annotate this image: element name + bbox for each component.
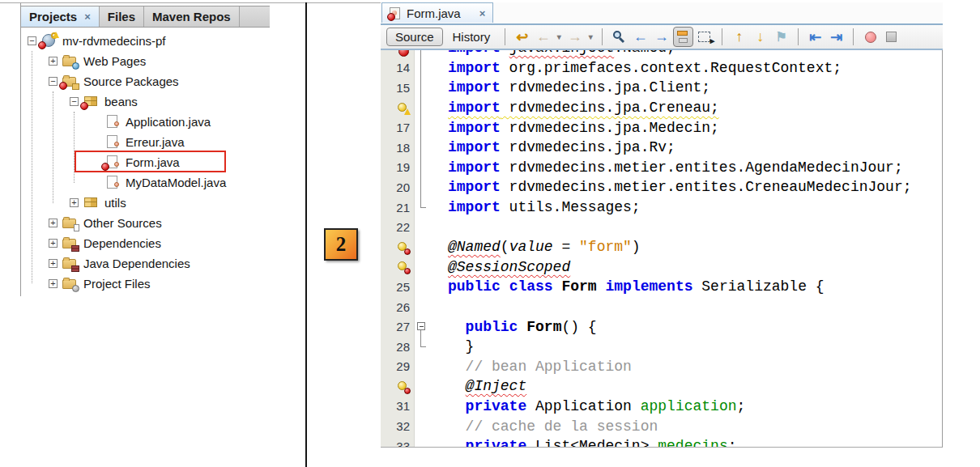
nav-forward-icon[interactable]: → [565, 28, 584, 46]
gutter-cell[interactable]: 22 [381, 217, 415, 237]
history-view-button[interactable]: History [445, 28, 498, 45]
hint-bulb-error-icon[interactable] [398, 241, 410, 253]
record-macro-icon[interactable] [861, 28, 880, 46]
gutter-cell[interactable]: 27 [381, 316, 415, 337]
tree-item-source-packages[interactable]: −Source Packages [21, 71, 270, 91]
gutter-cell[interactable]: 14 [381, 58, 415, 79]
gutter-cell[interactable]: 33 [381, 436, 415, 448]
code-line-17[interactable]: @Inject [381, 376, 942, 397]
gutter-cell[interactable]: 26 [381, 297, 415, 317]
code-line-3[interactable]: import rdvmedecins.jpa.Creneau; [381, 98, 942, 118]
source-view-button[interactable]: Source [386, 28, 443, 46]
expand-toggle-icon[interactable]: + [49, 219, 58, 227]
code-line-22[interactable]: 22 [381, 217, 942, 237]
code-line-32[interactable]: 32 // cache de la session [381, 416, 942, 436]
tab-maven-repos[interactable]: Maven Repos [144, 6, 240, 27]
tab-files[interactable]: Files [100, 6, 144, 27]
find-next-icon[interactable]: → [652, 28, 671, 46]
tree-item-java-dependencies[interactable]: +Java Dependencies [21, 253, 270, 274]
close-icon[interactable]: × [479, 7, 486, 19]
error-badge-icon [59, 82, 67, 90]
stop-macro-icon[interactable] [882, 28, 901, 46]
tree-item-form-java[interactable]: Form.java [21, 152, 270, 172]
expand-toggle-icon[interactable]: + [70, 198, 79, 207]
tree-item-beans[interactable]: −beans [21, 91, 270, 112]
nav-forward-caret-icon[interactable]: ▾ [586, 28, 594, 46]
code-fold-collapse-icon[interactable] [415, 316, 428, 337]
gutter-cell[interactable] [381, 376, 415, 397]
code-line-10[interactable]: @Named(value = "form") [381, 237, 942, 257]
gutter-cell[interactable]: 21 [381, 197, 415, 218]
expand-toggle-icon[interactable]: + [49, 279, 58, 288]
find-previous-icon[interactable]: ← [631, 28, 650, 46]
tree-item-project-files[interactable]: +Project Files [21, 274, 270, 294]
web-pages-folder-icon [62, 54, 78, 68]
code-line-33[interactable]: 33 private List<Medecin> medecins; [381, 436, 942, 448]
code-line-14[interactable]: 14import org.primefaces.context.RequestC… [381, 58, 942, 79]
jump-last-edit-icon[interactable]: ↩ [513, 28, 531, 46]
toggle-highlight-search-icon[interactable] [673, 27, 693, 47]
tree-item-other-sources[interactable]: +Other Sources [21, 213, 270, 233]
code-editor[interactable]: import javax.inject.Named;14import org.p… [381, 50, 943, 448]
find-selection-icon[interactable] [610, 28, 628, 46]
gutter-cell[interactable]: 18 [381, 138, 415, 158]
code-line-15[interactable]: 15import rdvmedecins.jpa.Client; [381, 78, 942, 98]
code-line-21[interactable]: 21import utils.Messages; [381, 197, 942, 218]
code-line-27[interactable]: 27 public Form() { [381, 316, 942, 337]
close-icon[interactable]: × [84, 11, 91, 23]
gutter-cell[interactable]: 25 [381, 277, 415, 297]
code-line-29[interactable]: 29 // bean Application [381, 357, 942, 377]
collapse-toggle-icon[interactable]: − [70, 97, 79, 106]
code-line-17[interactable]: 17import rdvmedecins.jpa.Medecin; [381, 117, 942, 138]
package-icon [83, 196, 99, 210]
shift-right-icon[interactable]: ⇥ [827, 28, 846, 46]
tree-item-mv-rdvmedecins-pf[interactable]: −mv-rdvmedecins-pf [21, 31, 270, 51]
code-line-11[interactable]: @SessionScoped [381, 257, 942, 278]
tree-item-web-pages[interactable]: +Web Pages [21, 51, 270, 71]
gutter-cell[interactable]: 15 [381, 78, 415, 98]
tree-item-dependencies[interactable]: +Dependencies [21, 233, 270, 253]
code-line-18[interactable]: 18import rdvmedecins.jpa.Rv; [381, 138, 942, 158]
gutter-cell[interactable]: 29 [381, 357, 415, 377]
gutter-cell[interactable] [381, 257, 415, 278]
nav-back-caret-icon[interactable]: ▾ [555, 28, 563, 46]
tree-item-erreur-java[interactable]: Erreur.java [21, 132, 270, 152]
expand-toggle-icon[interactable]: + [49, 239, 58, 248]
tree-item-application-java[interactable]: Application.java [21, 112, 270, 132]
gutter-cell[interactable] [381, 237, 415, 257]
gutter-cell[interactable]: 28 [381, 337, 415, 357]
hint-bulb-warning-icon[interactable] [398, 102, 410, 114]
next-bookmark-icon[interactable]: ↓ [751, 28, 769, 46]
nav-back-icon[interactable]: ← [534, 28, 552, 46]
toggle-bookmark-icon[interactable]: ⚑ [772, 28, 790, 46]
expand-toggle-icon[interactable]: + [49, 259, 58, 268]
code-line-0[interactable]: import javax.inject.Named; [381, 50, 942, 58]
shift-left-icon[interactable]: ⇤ [806, 28, 824, 46]
code-line-25[interactable]: 25public class Form implements Serializa… [381, 277, 942, 297]
tab-form-java[interactable]: Form.java × [381, 2, 493, 23]
gutter-cell[interactable]: 32 [381, 416, 415, 436]
tab-projects[interactable]: Projects× [21, 6, 100, 27]
tree-item-utils[interactable]: +utils [21, 193, 270, 213]
screenshot-canvas: 1 2 Projects×FilesMaven Repos −mv-rdvmed… [0, 0, 980, 467]
hint-bulb-error-icon[interactable] [398, 380, 410, 393]
gutter-cell[interactable]: 31 [381, 397, 415, 417]
code-line-26[interactable]: 26 [381, 297, 942, 317]
code-line-31[interactable]: 31 private Application application; [381, 397, 942, 417]
collapse-toggle-icon[interactable]: − [49, 77, 58, 86]
code-line-19[interactable]: 19import rdvmedecins.metier.entites.Agen… [381, 158, 942, 178]
rectangular-selection-icon[interactable] [696, 28, 714, 46]
code-line-20[interactable]: 20import rdvmedecins.metier.entites.Cren… [381, 177, 942, 197]
tree-item-mydatamodel-java[interactable]: MyDataModel.java [21, 172, 270, 193]
gutter-cell[interactable] [381, 98, 415, 118]
error-badge-icon[interactable] [398, 50, 410, 57]
gutter-cell[interactable]: 17 [381, 117, 415, 138]
previous-bookmark-icon[interactable]: ↑ [730, 28, 748, 46]
code-line-28[interactable]: 28 } [381, 337, 942, 357]
gutter-cell[interactable] [381, 50, 415, 58]
expand-toggle-icon[interactable]: + [49, 57, 58, 66]
hint-bulb-error-icon[interactable] [398, 261, 410, 273]
gutter-cell[interactable]: 19 [381, 158, 415, 178]
gutter-cell[interactable]: 20 [381, 177, 415, 197]
collapse-toggle-icon[interactable]: − [28, 36, 36, 45]
